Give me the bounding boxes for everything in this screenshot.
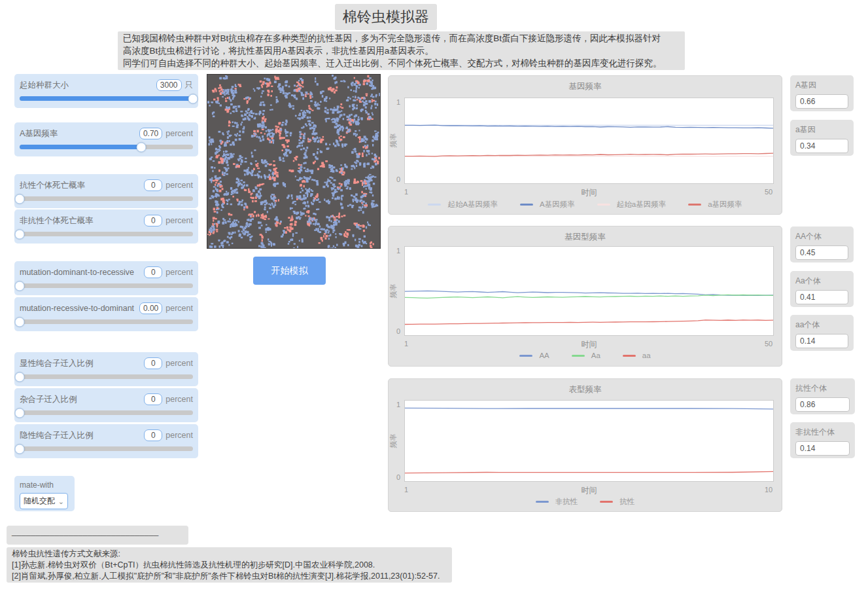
legend-swatch — [536, 501, 549, 503]
slider-track[interactable] — [20, 283, 193, 288]
description-line: 已知我国棉铃虫种群中对Bt抗虫棉存在多种类型的抗性基因，多为不完全隐形遗传，而在… — [123, 32, 680, 45]
chart-panel-3: 表型频率10频率1时间10非抗性抗性 — [388, 378, 782, 512]
agents-canvas — [207, 75, 380, 248]
slider-track[interactable] — [20, 196, 193, 201]
y-axis-label: 频率 — [389, 283, 398, 298]
slider-track[interactable] — [20, 319, 193, 324]
slider-1: 起始种群大小3000只 — [14, 74, 198, 108]
monitor-label: A基因 — [795, 80, 848, 91]
slider-2: A基因频率0.70percent — [14, 122, 198, 156]
y-tick-max: 1 — [390, 401, 400, 408]
slider-unit: percent — [165, 181, 193, 190]
monitor-value: 0.45 — [795, 245, 848, 260]
slider-thumb[interactable] — [15, 229, 25, 239]
slider-unit: percent — [165, 216, 193, 225]
chart-title: 基因频率 — [389, 81, 782, 92]
slider-3: 抗性个体死亡概率0percent — [14, 174, 198, 208]
legend-swatch — [623, 355, 636, 357]
slider-value-box[interactable]: 0.00 — [139, 302, 162, 314]
legend-swatch — [688, 204, 701, 206]
references-note: 棉铃虫抗性遗传方式文献来源: [1]孙志新.棉铃虫对双价（Bt+CpTI）抗虫棉… — [7, 547, 452, 583]
slider-value-box[interactable]: 0 — [144, 266, 162, 278]
monitor-2: a基因0.34 — [790, 120, 854, 156]
slider-thumb[interactable] — [15, 444, 25, 454]
slider-value-box[interactable]: 0 — [144, 179, 162, 191]
monitor-value: 0.34 — [795, 139, 848, 153]
slider-thumb[interactable] — [188, 94, 198, 103]
slider-unit: percent — [165, 431, 193, 440]
slider-7: 显性纯合子迁入比例0percent — [14, 352, 198, 386]
plot-area — [404, 400, 774, 482]
x-tick-max: 50 — [765, 340, 773, 348]
slider-value-box[interactable]: 0 — [144, 215, 162, 226]
chart-title: 表型频率 — [389, 384, 782, 395]
chart-panel-1: 基因频率10频率1时间50起始A基因频率A基因频率起始a基因频率a基因频率 — [388, 75, 782, 215]
slider-thumb[interactable] — [136, 142, 146, 152]
slider-track[interactable] — [20, 446, 193, 451]
slider-9: 隐性纯合子迁入比例0percent — [14, 424, 198, 458]
x-tick-max: 50 — [765, 188, 773, 196]
slider-label: mutation-dominant-to-recessive — [20, 268, 141, 277]
slider-track[interactable] — [20, 145, 193, 149]
chart-panel-2: 基因型频率10频率1时间50AAAaaa — [388, 226, 782, 367]
slider-value-box[interactable]: 0 — [144, 357, 162, 369]
slider-track[interactable] — [20, 374, 193, 379]
simulation-world-view — [207, 74, 381, 249]
monitor-label: 抗性个体 — [795, 383, 850, 394]
legend-item: AA — [519, 352, 549, 359]
slider-value-box[interactable]: 0 — [144, 393, 162, 405]
legend-label: 起始a基因频率 — [617, 200, 666, 209]
slider-unit: percent — [165, 359, 193, 368]
series-line — [405, 408, 773, 409]
legend-item: aa — [623, 352, 651, 359]
series-line — [405, 291, 773, 295]
divider-note: _______________________________ — [7, 526, 188, 545]
slider-thumb[interactable] — [15, 408, 25, 418]
slider-value-box[interactable]: 0 — [144, 429, 162, 441]
description-note: 已知我国棉铃虫种群中对Bt抗虫棉存在多种类型的抗性基因，多为不完全隐形遗传，而在… — [118, 31, 685, 70]
start-simulation-button[interactable]: 开始模拟 — [253, 257, 326, 285]
legend-item: A基因频率 — [520, 200, 575, 209]
slider-label: mutation-recessive-to-dominant — [20, 304, 136, 313]
y-tick-min: 0 — [390, 473, 400, 481]
slider-track[interactable] — [20, 232, 193, 236]
monitor-label: aa个体 — [795, 319, 848, 331]
monitor-6: 抗性个体0.86 — [790, 378, 855, 414]
monitor-value: 0.41 — [795, 290, 848, 304]
slider-value-box[interactable]: 3000 — [156, 79, 182, 91]
slider-label: 非抗性个体死亡概率 — [20, 215, 141, 226]
legend-swatch — [597, 204, 610, 206]
plot-area — [404, 98, 774, 184]
monitor-value: 0.14 — [795, 334, 848, 348]
mate-with-select[interactable]: 随机交配 ⌄ — [20, 493, 68, 509]
slider-track[interactable] — [20, 410, 193, 415]
legend-swatch — [572, 355, 585, 357]
slider-thumb[interactable] — [15, 317, 25, 327]
slider-track[interactable] — [20, 96, 193, 101]
series-line — [405, 471, 773, 473]
monitor-5: aa个体0.14 — [790, 315, 854, 351]
slider-thumb[interactable] — [15, 372, 25, 382]
slider-thumb[interactable] — [15, 281, 25, 291]
references-line: [1]孙志新.棉铃虫对双价（Bt+CpTI）抗虫棉抗性筛选及抗性机理的初步研究[… — [12, 560, 447, 571]
legend-label: a基因频率 — [708, 200, 742, 209]
chart-legend: 起始A基因频率A基因频率起始a基因频率a基因频率 — [389, 200, 782, 209]
slider-6: mutation-recessive-to-dominant0.00percen… — [14, 297, 198, 331]
legend-swatch — [519, 355, 532, 357]
legend-item: Aa — [572, 352, 600, 359]
slider-value-box[interactable]: 0.70 — [139, 128, 162, 139]
slider-thumb[interactable] — [15, 194, 25, 204]
description-line: 高浓度Bt抗虫棉进行讨论，将抗性基因用A基因表示，非抗性基因用a基因表示。 — [123, 45, 680, 57]
y-tick-max: 1 — [390, 247, 400, 255]
legend-item: 起始a基因频率 — [597, 200, 666, 209]
y-axis-label: 频率 — [389, 433, 398, 448]
monitor-4: Aa个体0.41 — [790, 271, 854, 307]
slider-label: 抗性个体死亡概率 — [20, 180, 141, 191]
x-axis-label: 时间 — [404, 485, 774, 496]
legend-swatch — [520, 204, 533, 206]
x-axis-label: 时间 — [404, 187, 774, 198]
page-title: 棉铃虫模拟器 — [335, 4, 437, 30]
slider-label: 显性纯合子迁入比例 — [20, 358, 141, 369]
slider-label: 杂合子迁入比例 — [20, 394, 141, 405]
monitor-label: 非抗性个体 — [795, 427, 850, 438]
